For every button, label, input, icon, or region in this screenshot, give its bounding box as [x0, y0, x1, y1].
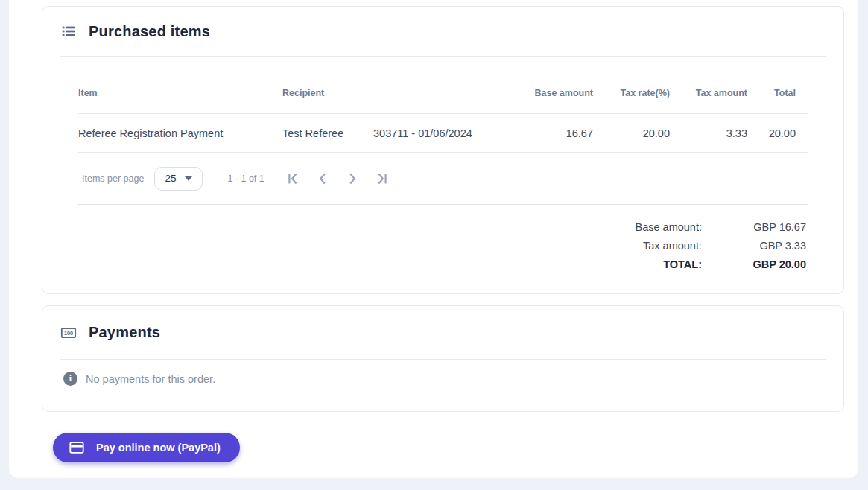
- chevron-right-icon: [344, 171, 361, 187]
- items-per-page-label: Items per page: [82, 174, 144, 184]
- chevron-down-icon: [185, 176, 192, 181]
- purchased-items-card: Purchased items Item Recipient Base amou…: [42, 6, 844, 294]
- base-amount-total-label: Base amount:: [538, 218, 702, 237]
- column-header-tax-rate: Tax rate(%): [593, 88, 670, 98]
- chevron-left-icon: [314, 171, 331, 187]
- purchased-items-table: Item Recipient Base amount Tax rate(%) T…: [60, 72, 826, 274]
- table-header-row: Item Recipient Base amount Tax rate(%) T…: [60, 72, 826, 113]
- paginator: Items per page 25 1 - 1 of 1: [60, 153, 826, 204]
- column-header-base-amount: Base amount: [491, 88, 593, 98]
- last-page-button[interactable]: [367, 164, 397, 194]
- payments-title: Payments: [89, 324, 160, 341]
- cell-recipient: Test Referee: [282, 127, 373, 139]
- tax-amount-total-row: Tax amount: GBP 3.33: [60, 237, 806, 255]
- column-header-recipient: Recipient: [282, 88, 373, 98]
- next-page-button[interactable]: [338, 164, 367, 194]
- cell-tax-amount: 3.33: [670, 127, 747, 139]
- pay-button-label: Pay online now (PayPal): [96, 442, 221, 454]
- header-divider: [60, 56, 826, 57]
- cell-total: 20.00: [747, 127, 826, 139]
- cell-item: Referee Registration Payment: [60, 127, 282, 139]
- page-range-label: 1 - 1 of 1: [227, 174, 264, 184]
- base-amount-total-value: GBP 16.67: [702, 218, 806, 237]
- payments-empty-message: No payments for this order.: [86, 373, 215, 385]
- payments-empty-state: i No payments for this order.: [42, 360, 843, 386]
- column-header-item: Item: [60, 88, 282, 98]
- grand-total-label: TOTAL:: [538, 255, 702, 274]
- credit-card-icon: [69, 439, 85, 456]
- list-icon: [60, 23, 77, 39]
- info-icon: i: [63, 372, 77, 386]
- payments-card: 100 Payments i No payments for this orde…: [42, 305, 844, 412]
- grand-total-row: TOTAL: GBP 20.00: [60, 255, 806, 274]
- page-size-select[interactable]: 25: [154, 167, 203, 191]
- purchased-items-header: Purchased items: [42, 7, 843, 56]
- paginator-buttons: [278, 164, 397, 194]
- column-header-tax-amount: Tax amount: [670, 88, 747, 98]
- order-totals: Base amount: GBP 16.67 Tax amount: GBP 3…: [60, 205, 826, 274]
- pay-online-paypal-button[interactable]: Pay online now (PayPal): [53, 433, 240, 462]
- cell-base-amount: 16.67: [491, 127, 593, 139]
- cell-reference: 303711 - 01/06/2024: [373, 127, 491, 139]
- purchased-items-title: Purchased items: [89, 23, 210, 40]
- banknote-icon: 100: [60, 325, 77, 341]
- tax-amount-total-label: Tax amount:: [538, 237, 702, 255]
- first-page-icon: [285, 171, 301, 187]
- previous-page-button[interactable]: [308, 164, 338, 194]
- svg-text:100: 100: [64, 329, 73, 336]
- page-size-value: 25: [165, 173, 176, 184]
- cell-tax-rate: 20.00: [593, 127, 670, 139]
- column-header-total: Total: [747, 88, 826, 98]
- table-row: Referee Registration Payment Test Refere…: [60, 114, 826, 152]
- payments-header: 100 Payments: [42, 306, 843, 359]
- tax-amount-total-value: GBP 3.33: [702, 237, 806, 255]
- grand-total-value: GBP 20.00: [702, 255, 806, 274]
- content-panel: Purchased items Item Recipient Base amou…: [9, 0, 858, 478]
- first-page-button[interactable]: [278, 164, 308, 194]
- base-amount-total-row: Base amount: GBP 16.67: [60, 218, 806, 237]
- last-page-icon: [374, 171, 390, 187]
